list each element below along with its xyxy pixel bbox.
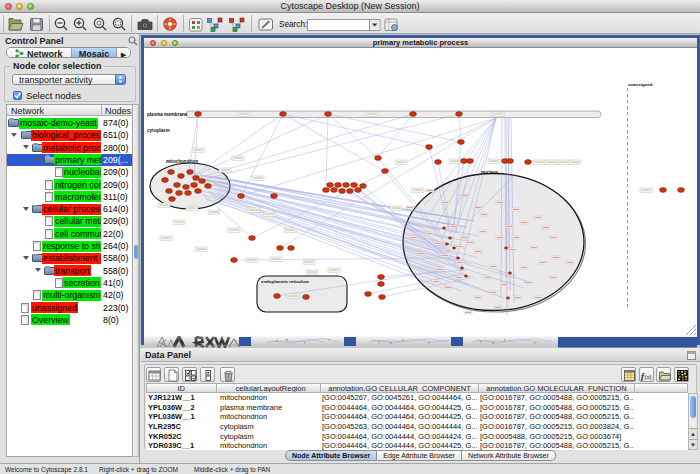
svg-text:Search:: Search: <box>279 20 307 29</box>
svg-text:nucleus: nucleus <box>481 170 499 175</box>
svg-text:unassigned: unassigned <box>628 82 653 87</box>
svg-text:(x): (x) <box>645 374 652 380</box>
svg-text:cytoplasm: cytoplasm <box>147 128 170 133</box>
svg-text:endoplasmic reticulum: endoplasmic reticulum <box>261 279 309 284</box>
svg-text:plasma membrane: plasma membrane <box>147 112 188 117</box>
svg-text:mitochondrion: mitochondrion <box>166 159 198 164</box>
